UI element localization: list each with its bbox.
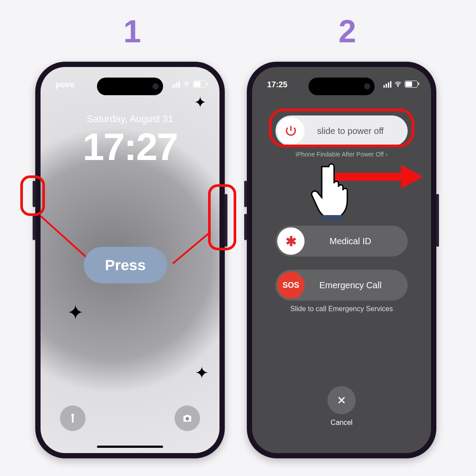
flashlight-icon — [67, 413, 78, 424]
sos-knob[interactable]: SOS — [277, 271, 305, 299]
sos-hint: Slide to call Emergency Services — [252, 305, 431, 313]
dynamic-island — [97, 78, 163, 95]
step-number-1: 1 — [123, 13, 141, 49]
lock-screen-time: 17:27 — [41, 124, 219, 169]
medical-id-knob[interactable]: ✱ — [277, 227, 305, 255]
sos-icon: SOS — [283, 281, 299, 290]
highlight-power-slider — [269, 108, 414, 147]
svg-marker-4 — [401, 165, 423, 189]
volume-up-button[interactable] — [244, 181, 247, 207]
camera-icon — [182, 413, 193, 424]
wifi-icon — [394, 80, 402, 88]
chevron-right-icon: › — [385, 151, 387, 158]
findable-hint[interactable]: iPhone Findable After Power Off › — [252, 151, 431, 158]
svg-point-1 — [186, 417, 189, 420]
cancel-button[interactable]: Cancel — [327, 386, 356, 427]
pointer-hand-icon — [309, 159, 361, 225]
dynamic-island — [309, 78, 375, 95]
cancel-label: Cancel — [327, 419, 356, 427]
cellular-signal-icon — [383, 81, 391, 88]
highlight-volume-button — [20, 175, 45, 216]
sparkle-icon: ✦ — [67, 301, 84, 324]
home-indicator[interactable] — [97, 446, 163, 448]
volume-down-button[interactable] — [244, 214, 247, 240]
svg-point-2 — [398, 86, 398, 87]
medical-id-label: Medical ID — [306, 236, 408, 246]
sparkle-icon: ✦ — [194, 93, 206, 111]
svg-rect-5 — [322, 215, 343, 221]
battery-icon — [193, 81, 206, 88]
wifi-icon — [182, 80, 190, 88]
battery-icon — [405, 81, 418, 88]
press-label: Press — [84, 247, 167, 283]
medical-id-slider[interactable]: ✱ Medical ID — [275, 226, 408, 257]
flashlight-button[interactable] — [60, 405, 86, 431]
carrier-label: povo — [56, 80, 74, 89]
step-number-2: 2 — [338, 13, 356, 49]
status-time: 17:25 — [267, 80, 287, 89]
emergency-call-label: Emergency Call — [306, 280, 408, 290]
highlight-side-button — [208, 184, 236, 250]
close-icon — [336, 394, 347, 406]
volume-down-button[interactable] — [33, 214, 35, 240]
sparkle-icon: ✦ — [195, 363, 209, 383]
emergency-call-slider[interactable]: SOS Emergency Call — [275, 270, 408, 301]
side-power-button[interactable] — [436, 194, 439, 247]
camera-button[interactable] — [175, 405, 200, 431]
svg-point-0 — [186, 86, 187, 87]
asterisk-icon: ✱ — [286, 234, 297, 249]
cellular-signal-icon — [172, 81, 180, 88]
lock-screen-date: Saturday, August 31 — [41, 113, 219, 125]
